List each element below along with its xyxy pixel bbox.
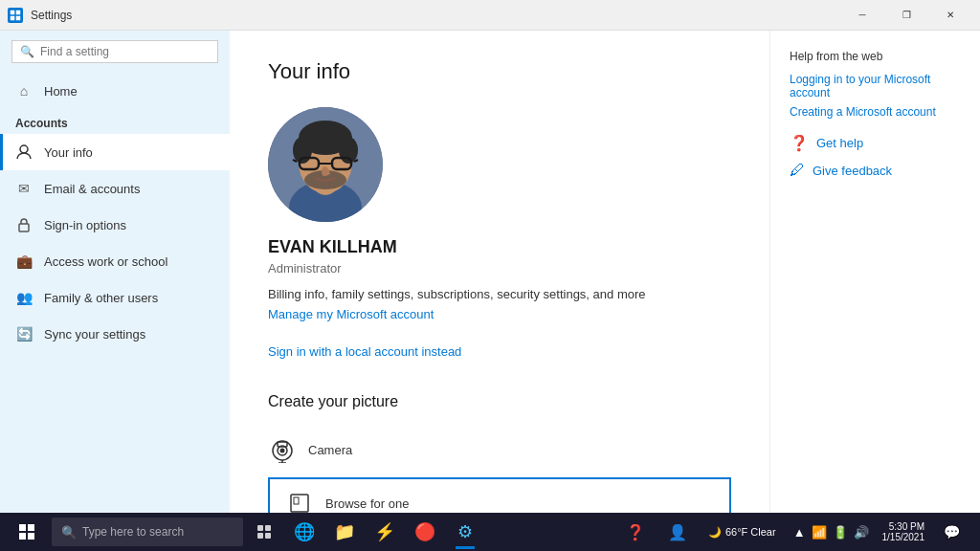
clock[interactable]: 5:30 PM 1/15/2021 [879, 521, 929, 542]
give-feedback-label: Give feedback [813, 164, 892, 178]
app-body: 🔍 ⌂ Home Accounts Your info ✉ Email & ac… [0, 31, 980, 513]
settings-icon[interactable]: ⚙ [446, 513, 484, 551]
date: 1/15/2021 [882, 532, 925, 542]
user-name: EVAN KILLHAM [268, 237, 731, 257]
svg-rect-27 [19, 524, 26, 531]
edge-icon[interactable]: 🌐 [285, 513, 323, 551]
right-panel: Help from the web Logging in to your Mic… [769, 31, 980, 513]
minimize-button[interactable]: ─ [840, 0, 884, 31]
sidebar-item-your-info[interactable]: Your info [0, 134, 230, 170]
sidebar-item-email[interactable]: ✉ Email & accounts [0, 170, 230, 207]
sync-icon: 🔄 [15, 325, 33, 342]
camera-option[interactable]: Camera [268, 426, 731, 474]
taskbar: 🔍 Type here to search 🌐 📁 ⚡ 🔴 ⚙ ❓ 👤 🌙 66… [0, 513, 980, 551]
get-help-button[interactable]: ❓ Get help [790, 134, 961, 152]
user-role: Administrator [268, 261, 731, 276]
svg-rect-30 [28, 533, 34, 540]
flash-icon[interactable]: ⚡ [366, 513, 404, 551]
svg-rect-31 [257, 525, 263, 531]
person-taskbar-icon[interactable]: 👤 [658, 513, 697, 551]
svg-rect-28 [28, 524, 34, 531]
start-button[interactable] [4, 513, 50, 551]
search-icon: 🔍 [20, 45, 34, 58]
main-content: Your info [230, 31, 769, 513]
weather-icon: 🌙 [708, 526, 722, 539]
taskbar-right: ❓ 👤 🌙 66°F Clear ▲ 📶 🔋 🔊 5:30 PM 1/15/20… [616, 513, 976, 551]
svg-rect-21 [278, 442, 287, 447]
sidebar-section-title: Accounts [0, 109, 230, 134]
weather-widget[interactable]: 🌙 66°F Clear [701, 526, 784, 539]
profile-picture [268, 107, 383, 222]
window-title: Settings [31, 9, 72, 22]
billing-text: Billing info, family settings, subscript… [268, 287, 731, 301]
sidebar-item-sync[interactable]: 🔄 Sync your settings [0, 316, 230, 352]
help-icon[interactable]: ❓ [616, 513, 655, 551]
profile-area: EVAN KILLHAM Administrator Billing info,… [268, 237, 731, 363]
sidebar-item-label: Access work or school [44, 254, 167, 269]
sidebar: 🔍 ⌂ Home Accounts Your info ✉ Email & ac… [0, 31, 230, 513]
sidebar-item-signin[interactable]: Sign-in options [0, 207, 230, 243]
person-icon [15, 143, 33, 161]
create-picture-title: Create your picture [268, 393, 731, 410]
search-input[interactable] [40, 45, 210, 58]
help-from-web-title: Help from the web [790, 50, 961, 63]
network-icon[interactable]: 📶 [810, 523, 829, 541]
give-feedback-button[interactable]: 🖊 Give feedback [790, 162, 961, 179]
browse-icon [285, 489, 314, 513]
task-view-button[interactable] [245, 513, 283, 551]
app-red-icon[interactable]: 🔴 [406, 513, 444, 551]
home-icon: ⌂ [15, 82, 33, 99]
sidebar-item-work[interactable]: 💼 Access work or school [0, 243, 230, 279]
svg-point-4 [20, 145, 28, 153]
camera-label: Camera [308, 443, 352, 457]
question-icon: ❓ [790, 134, 809, 152]
notification-button[interactable]: 💬 [932, 513, 970, 551]
weather-text: 66°F Clear [725, 526, 776, 538]
maximize-button[interactable]: ❐ [884, 0, 928, 31]
svg-point-12 [339, 137, 358, 164]
login-link[interactable]: Logging in to your Microsoft account [790, 73, 961, 99]
battery-icon[interactable]: 🔋 [831, 523, 850, 541]
svg-rect-33 [257, 533, 263, 539]
titlebar: Settings ─ ❐ ✕ [0, 0, 980, 31]
sidebar-item-label: Email & accounts [44, 182, 140, 196]
svg-point-22 [280, 449, 285, 453]
sidebar-item-label: Sign-in options [44, 218, 126, 232]
taskbar-search[interactable]: 🔍 Type here to search [52, 518, 243, 546]
family-icon: 👥 [15, 289, 33, 306]
titlebar-left: Settings [8, 8, 72, 23]
file-explorer-icon[interactable]: 📁 [325, 513, 364, 551]
close-button[interactable]: ✕ [928, 0, 972, 31]
sidebar-item-home[interactable]: ⌂ Home [0, 73, 230, 109]
svg-rect-29 [19, 533, 26, 540]
search-box[interactable]: 🔍 [11, 40, 218, 63]
svg-rect-5 [19, 224, 29, 231]
page-title: Your info [268, 59, 731, 84]
briefcase-icon: 💼 [15, 253, 33, 270]
svg-rect-0 [11, 10, 15, 14]
local-account-link[interactable]: Sign in with a local account instead [268, 344, 731, 359]
window-controls: ─ ❐ ✕ [840, 0, 972, 31]
system-tray: ▲ 📶 🔋 🔊 [788, 523, 875, 541]
browse-option[interactable]: Browse for one [268, 477, 731, 513]
svg-rect-34 [265, 533, 271, 539]
time: 5:30 PM [889, 521, 924, 532]
svg-rect-26 [294, 497, 299, 504]
taskbar-search-icon: 🔍 [61, 525, 77, 540]
svg-rect-3 [16, 15, 21, 20]
sidebar-item-label: Your info [44, 145, 93, 160]
lock-icon [15, 216, 33, 233]
sidebar-item-family[interactable]: 👥 Family & other users [0, 279, 230, 316]
svg-rect-2 [11, 15, 15, 20]
camera-icon [268, 435, 297, 464]
chevron-up-icon[interactable]: ▲ [791, 523, 808, 541]
taskbar-search-placeholder: Type here to search [82, 525, 184, 539]
email-icon: ✉ [15, 180, 33, 197]
svg-rect-1 [16, 10, 21, 14]
get-help-label: Get help [816, 136, 863, 150]
create-account-link[interactable]: Creating a Microsoft account [790, 105, 961, 119]
speaker-icon[interactable]: 🔊 [852, 523, 871, 541]
manage-account-link[interactable]: Manage my Microsoft account [268, 307, 731, 321]
svg-rect-32 [265, 525, 271, 531]
app-icon [8, 8, 23, 23]
